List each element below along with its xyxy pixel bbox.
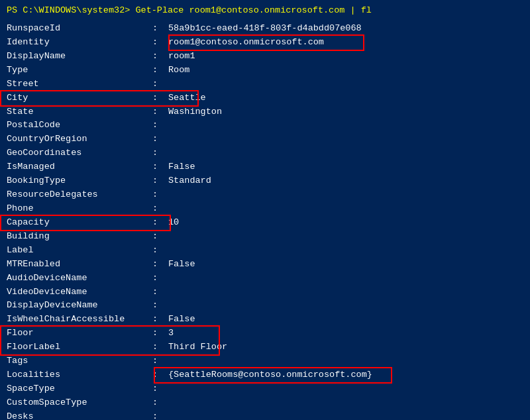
prop-separator: : [152, 299, 168, 313]
prop-value [168, 188, 523, 202]
prop-separator: : [152, 382, 168, 396]
prop-name: DisplayName [7, 50, 152, 64]
table-row: Desks: [7, 410, 523, 420]
prop-name: RunspaceId [7, 22, 152, 36]
table-row: GeoCoordinates: [7, 146, 523, 160]
prop-name: FloorLabel [7, 341, 152, 354]
table-row: PostalCode: [7, 119, 523, 132]
prop-separator: : [152, 313, 168, 327]
prop-separator: : [152, 341, 168, 354]
prop-name: AudioDeviceName [7, 272, 152, 286]
prop-value [168, 132, 523, 146]
terminal-window: PS C:\WINDOWS\system32> Get-Place room1@… [0, 0, 530, 420]
prop-value [168, 146, 523, 160]
prop-value: Room [168, 64, 523, 78]
prop-separator: : [152, 174, 168, 188]
prop-name: Type [7, 64, 152, 78]
prop-name: City [7, 91, 152, 105]
prop-value: Standard [168, 174, 523, 188]
prop-name: Desks [7, 410, 152, 420]
prop-value: Washington [168, 105, 523, 119]
prop-name: BookingType [7, 174, 152, 188]
table-row: IsWheelChairAccessible: False [7, 313, 523, 327]
table-row: Phone: [7, 202, 523, 216]
prop-separator: : [152, 78, 168, 91]
prop-separator: : [152, 64, 168, 78]
prop-value [168, 354, 523, 368]
prop-name: DisplayDeviceName [7, 299, 152, 313]
prop-value: False [168, 258, 523, 272]
prop-name: Street [7, 78, 152, 91]
prop-value [168, 382, 523, 396]
prop-separator: : [152, 50, 168, 64]
prop-separator: : [152, 119, 168, 132]
prop-separator: : [152, 272, 168, 286]
prop-value: Third Floor [168, 341, 523, 354]
table-row: AudioDeviceName: [7, 272, 523, 286]
prop-value [168, 119, 523, 132]
prop-value [168, 244, 523, 258]
table-row: SpaceType: [7, 382, 523, 396]
prop-name: MTREnabled [7, 258, 152, 272]
prop-value: 58a9b1cc-eaed-418f-803f-d4abdd07e068 [168, 22, 523, 36]
prop-separator: : [152, 202, 168, 216]
prop-name: GeoCoordinates [7, 146, 152, 160]
prop-value: {SeattleRooms@contoso.onmicrosoft.com} [168, 368, 523, 382]
prop-separator: : [152, 36, 168, 50]
prop-separator: : [152, 396, 168, 410]
prop-name: Tags [7, 354, 152, 368]
prop-separator: : [152, 286, 168, 299]
prop-name: PostalCode [7, 119, 152, 132]
prop-separator: : [152, 188, 168, 202]
prop-value [168, 396, 523, 410]
prop-separator: : [152, 105, 168, 119]
prop-value: room1@contoso.onmicrosoft.com [168, 36, 523, 50]
prop-name: VideoDeviceName [7, 286, 152, 299]
command-line: PS C:\WINDOWS\system32> Get-Place room1@… [7, 5, 523, 15]
prop-name: Building [7, 230, 152, 244]
prop-value: Seattle [168, 91, 523, 105]
prop-value [168, 272, 523, 286]
prop-name: Label [7, 244, 152, 258]
prop-value [168, 78, 523, 91]
table-row: DisplayName: room1 [7, 50, 523, 64]
prop-separator: : [152, 230, 168, 244]
prop-separator: : [152, 91, 168, 105]
table-row: VideoDeviceName: [7, 286, 523, 299]
prop-value: room1 [168, 50, 523, 64]
prop-name: Phone [7, 202, 152, 216]
prop-name: State [7, 105, 152, 119]
prop-value [168, 299, 523, 313]
table-row: Street: [7, 78, 523, 91]
table-row: BookingType: Standard [7, 174, 523, 188]
prop-separator: : [152, 327, 168, 341]
table-row: Type: Room [7, 64, 523, 78]
table-row: IsManaged: False [7, 160, 523, 174]
prop-separator: : [152, 132, 168, 146]
prop-name: SpaceType [7, 382, 152, 396]
prop-value: False [168, 160, 523, 174]
table-row: Capacity: 10 [7, 216, 523, 230]
table-row: MTREnabled: False [7, 258, 523, 272]
prop-value [168, 202, 523, 216]
table-row: Label: [7, 244, 523, 258]
table-row: DisplayDeviceName: [7, 299, 523, 313]
prop-separator: : [152, 368, 168, 382]
properties-container: RunspaceId: 58a9b1cc-eaed-418f-803f-d4ab… [7, 22, 523, 420]
table-row: ResourceDelegates: [7, 188, 523, 202]
prop-separator: : [152, 22, 168, 36]
prop-separator: : [152, 216, 168, 230]
table-row: RunspaceId: 58a9b1cc-eaed-418f-803f-d4ab… [7, 22, 523, 36]
prop-name: ResourceDelegates [7, 188, 152, 202]
table-row: Floor: 3 [7, 327, 523, 341]
table-row: Building: [7, 230, 523, 244]
prop-value [168, 230, 523, 244]
prop-value: False [168, 313, 523, 327]
prop-separator: : [152, 160, 168, 174]
table-row: Tags: [7, 354, 523, 368]
table-row: Identity: room1@contoso.onmicrosoft.com [7, 36, 523, 50]
prop-separator: : [152, 146, 168, 160]
table-row: City: Seattle [7, 91, 523, 105]
prop-name: Capacity [7, 216, 152, 230]
table-row: CustomSpaceType: [7, 396, 523, 410]
